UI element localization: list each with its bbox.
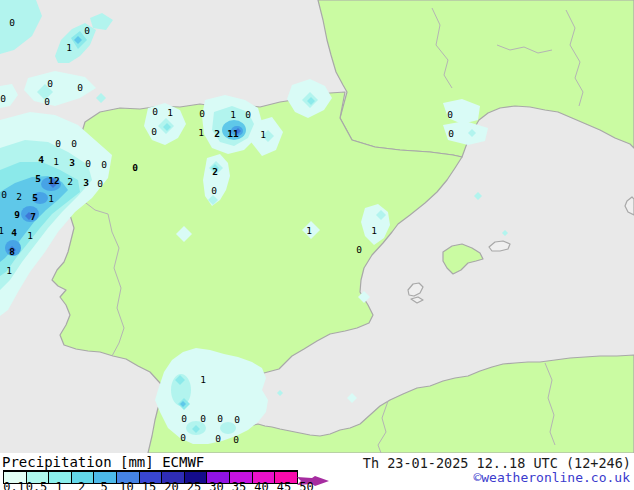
map-title: Precipitation [mm] ECMWF — [2, 454, 204, 470]
station-value: 0 — [77, 82, 83, 93]
station-value: 11 — [227, 128, 239, 139]
legend-tick: 25 — [182, 480, 206, 490]
copyright-label: ©weatheronline.co.uk — [473, 470, 630, 485]
station-value: 0 — [447, 109, 453, 120]
station-value: 5 — [35, 173, 41, 184]
station-value: 0 — [101, 159, 107, 170]
weather-map-page: 0010000010100121110041300051223002519714… — [0, 0, 634, 490]
station-value: 0 — [151, 126, 157, 137]
station-value: 0 — [85, 158, 91, 169]
station-value: 0 — [84, 25, 90, 36]
legend-tick: 10 — [115, 480, 139, 490]
station-value: 0 — [233, 434, 239, 445]
station-value: 0 — [1, 189, 7, 200]
station-value: 2 — [212, 166, 218, 177]
station-value: 0 — [180, 432, 186, 443]
station-value: 1 — [371, 225, 377, 236]
station-value: 2 — [67, 176, 73, 187]
station-value: 1 — [306, 225, 312, 236]
station-value: 0 — [217, 413, 223, 424]
station-value: 0 — [215, 433, 221, 444]
legend-tick: 35 — [227, 480, 251, 490]
station-value: 7 — [30, 211, 36, 222]
station-value: 0 — [47, 78, 53, 89]
legend-tick: 2 — [70, 480, 94, 490]
station-value: 1 — [260, 129, 266, 140]
station-value: 0 — [356, 244, 362, 255]
station-value: 1 — [0, 225, 4, 236]
station-value: 0 — [97, 178, 103, 189]
station-value: 5 — [32, 192, 38, 203]
station-value: 1 — [27, 230, 33, 241]
station-value: 0 — [152, 106, 158, 117]
station-value: 1 — [48, 193, 54, 204]
station-value: 0 — [9, 17, 15, 28]
station-value: 0 — [132, 162, 138, 173]
station-value: 12 — [48, 175, 59, 186]
station-value: 0 — [211, 185, 217, 196]
station-value: 9 — [14, 209, 20, 220]
legend-tick-labels: 0.10.5125101520253035404550 — [3, 480, 333, 490]
station-value: 2 — [214, 128, 220, 139]
station-value: 0 — [55, 138, 61, 149]
legend-tick: 30 — [205, 480, 229, 490]
precipitation-map: 0010000010100121110041300051223002519714… — [0, 0, 634, 453]
legend-tick: 50 — [295, 480, 319, 490]
legend-tick: 5 — [92, 480, 116, 490]
legend-bar: Precipitation [mm] ECMWF 0.10.5125101520… — [0, 453, 634, 490]
legend-tick: 45 — [272, 480, 296, 490]
station-value: 0 — [200, 413, 206, 424]
station-value: 0 — [181, 413, 187, 424]
station-value: 1 — [167, 107, 173, 118]
legend-tick: 40 — [250, 480, 274, 490]
station-value: 2 — [16, 191, 22, 202]
station-value: 1 — [6, 265, 12, 276]
station-value: 1 — [66, 42, 72, 53]
station-value: 0 — [44, 96, 50, 107]
legend-tick: 0.1 — [2, 480, 26, 490]
station-value: 0 — [199, 108, 205, 119]
legend-tick: 20 — [160, 480, 184, 490]
station-value: 0 — [71, 138, 77, 149]
station-value: 1 — [200, 374, 206, 385]
station-value: 0 — [0, 93, 6, 104]
valid-time-label: Th 23-01-2025 12..18 UTC (12+246) — [363, 455, 631, 471]
station-value: 3 — [83, 177, 89, 188]
station-value: 8 — [9, 246, 15, 257]
station-value: 4 — [11, 227, 17, 238]
legend-tick: 15 — [137, 480, 161, 490]
station-value: 1 — [53, 156, 59, 167]
station-value: 1 — [198, 127, 204, 138]
station-value: 0 — [234, 414, 240, 425]
station-value: 1 — [230, 109, 236, 120]
map-canvas: 0010000010100121110041300051223002519714… — [0, 0, 634, 453]
station-value: 0 — [448, 128, 454, 139]
station-value: 3 — [69, 157, 75, 168]
legend-tick: 0.5 — [25, 480, 49, 490]
legend-tick: 1 — [47, 480, 71, 490]
station-value: 0 — [245, 109, 251, 120]
station-value: 4 — [38, 154, 44, 165]
